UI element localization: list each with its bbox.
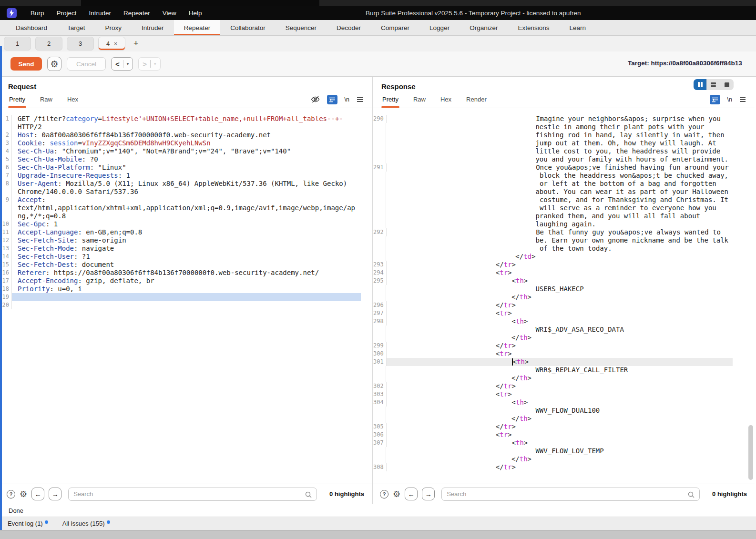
request-line[interactable]: 18Priority: u=0, i	[0, 285, 372, 293]
response-line[interactable]: WRR$_REPLAY_CALL_FILTER	[373, 366, 755, 374]
layout-columns-button[interactable]	[694, 79, 707, 90]
search-settings-gear-icon[interactable]: ⚙	[20, 490, 27, 498]
word-wrap-button[interactable]	[327, 95, 337, 104]
response-line[interactable]: nestle in among their plant pots with yo…	[373, 123, 755, 131]
response-line[interactable]: or left at the bottom of a bag and forgo…	[373, 180, 755, 188]
response-line[interactable]: pranked them, and you will all fall abou…	[373, 212, 755, 220]
request-line[interactable]: 9Accept:	[0, 196, 372, 204]
response-line[interactable]: </th>	[373, 455, 755, 463]
response-line[interactable]: 300 <tr>	[373, 350, 755, 358]
help-icon[interactable]: ?	[7, 490, 15, 498]
tab-extensions[interactable]: Extensions	[508, 20, 559, 35]
request-editor[interactable]: 1GET /filter?category=Lifestyle'+UNION+S…	[0, 108, 372, 484]
response-line[interactable]: 299 </tr>	[373, 342, 755, 350]
menu-project[interactable]: Project	[51, 10, 83, 17]
editor-menu-hamburger-icon[interactable]	[357, 97, 363, 102]
request-line[interactable]: ng,*/*;q=0.8	[0, 212, 372, 220]
response-line[interactable]: little cost to you, the headdress will p…	[373, 147, 755, 155]
request-search-input[interactable]	[73, 490, 301, 498]
response-line[interactable]: WRI$_ADV_ASA_RECO_DATA	[373, 325, 755, 334]
request-line[interactable]: 11Accept-Language: en-GB,en;q=0.8	[0, 228, 372, 236]
response-line[interactable]: </td>	[373, 253, 755, 261]
menu-repeater[interactable]: Repeater	[117, 10, 156, 17]
request-line[interactable]: 12Sec-Fetch-Site: same-origin	[0, 236, 372, 244]
send-button[interactable]: Send	[10, 57, 42, 71]
request-line[interactable]: 17Accept-Encoding: gzip, deflate, br	[0, 277, 372, 285]
search-prev-button[interactable]: ←	[31, 488, 44, 500]
response-search-input[interactable]	[447, 490, 684, 498]
response-tab-render[interactable]: Render	[465, 91, 488, 108]
response-tab-hex[interactable]: Hex	[439, 91, 452, 108]
request-line[interactable]: 4Sec-Ch-Ua: "Chromium";v="140", "Not=A?B…	[0, 147, 372, 155]
editor-menu-hamburger-icon[interactable]	[739, 97, 746, 102]
response-tab-pretty[interactable]: Pretty	[381, 91, 399, 108]
request-line[interactable]: 8User-Agent: Mozilla/5.0 (X11; Linux x86…	[0, 180, 372, 188]
all-issues-tab[interactable]: All issues (155)	[62, 520, 110, 527]
response-line[interactable]: 306 <tr>	[373, 431, 755, 439]
search-prev-button[interactable]: ←	[405, 488, 418, 500]
response-line[interactable]: </th>	[373, 334, 755, 342]
response-line[interactable]: 307 <th>	[373, 439, 755, 447]
response-line[interactable]: 293 </tr>	[373, 261, 755, 269]
layout-single-button[interactable]	[720, 79, 734, 90]
request-line[interactable]: 16Referer: https://0a8f00a80306f6ff84b13…	[0, 269, 372, 277]
request-settings-button[interactable]: ⚙	[47, 57, 61, 71]
tab-collaborator[interactable]: Collaborator	[220, 20, 276, 35]
tab-dashboard[interactable]: Dashboard	[6, 20, 57, 35]
response-line[interactable]: 291 Once you&apos;ve finished having fun…	[373, 163, 755, 172]
request-line[interactable]: 5Sec-Ch-Ua-Mobile: ?0	[0, 155, 372, 163]
response-editor[interactable]: 290 Imagine your neighbors&apos; surpris…	[373, 108, 755, 484]
response-line[interactable]: will serve as a reminder to everyone how…	[373, 204, 755, 212]
response-line[interactable]: about. You can wear it as part of your H…	[373, 188, 755, 196]
menu-intruder[interactable]: Intruder	[83, 10, 118, 17]
response-line[interactable]: 296 </tr>	[373, 301, 755, 309]
add-tab-button[interactable]: +	[133, 39, 139, 49]
event-log-tab[interactable]: Event log (1)	[8, 520, 48, 527]
tab-learn[interactable]: Learn	[559, 20, 596, 35]
request-line[interactable]: 14Sec-Fetch-User: ?1	[0, 253, 372, 261]
help-icon[interactable]: ?	[380, 490, 388, 498]
request-line[interactable]: 19	[0, 293, 372, 301]
repeater-tab-3[interactable]: 3	[67, 37, 94, 51]
request-tab-hex[interactable]: Hex	[66, 91, 79, 108]
response-line[interactable]: 294 <tr>	[373, 269, 755, 277]
menu-burp[interactable]: Burp	[24, 10, 51, 17]
search-next-button[interactable]: →	[49, 488, 61, 500]
response-line[interactable]: </th>	[373, 374, 755, 382]
response-line[interactable]: 292 Be that funny guy you&apos;ve always…	[373, 228, 755, 236]
response-line[interactable]: 297 <tr>	[373, 309, 755, 317]
search-next-button[interactable]: →	[422, 488, 435, 500]
tab-organizer[interactable]: Organizer	[460, 20, 508, 35]
response-tab-raw[interactable]: Raw	[412, 91, 427, 108]
search-settings-gear-icon[interactable]: ⚙	[393, 490, 400, 498]
tab-sequencer[interactable]: Sequencer	[276, 20, 327, 35]
response-line[interactable]: 302 </tr>	[373, 382, 755, 390]
response-line[interactable]: 290 Imagine your neighbors&apos; surpris…	[373, 115, 755, 123]
request-tab-pretty[interactable]: Pretty	[8, 91, 26, 108]
tab-intruder[interactable]: Intruder	[132, 20, 174, 35]
response-line[interactable]: laughing again.	[373, 220, 755, 228]
request-line[interactable]: HTTP/2	[0, 123, 372, 131]
cancel-button[interactable]: Cancel	[67, 57, 106, 71]
request-tab-raw[interactable]: Raw	[39, 91, 53, 108]
layout-rows-button[interactable]	[707, 79, 720, 90]
response-line[interactable]: fishing rod in hand, lay silently in wai…	[373, 131, 755, 139]
tab-comparer[interactable]: Comparer	[371, 20, 419, 35]
request-line[interactable]: Chrome/140.0.0.0 Safari/537.36	[0, 188, 372, 196]
tab-repeater[interactable]: Repeater	[174, 20, 221, 35]
response-line[interactable]: be. Earn your own gnome nickname and be …	[373, 236, 755, 244]
menu-help[interactable]: Help	[183, 10, 208, 17]
response-line[interactable]: 298 <th>	[373, 317, 755, 325]
tab-proxy[interactable]: Proxy	[95, 20, 132, 35]
request-line[interactable]: 13Sec-Fetch-Mode: navigate	[0, 244, 372, 253]
response-line[interactable]: </th>	[373, 293, 755, 301]
menu-view[interactable]: View	[156, 10, 183, 17]
history-back-button[interactable]: < ▾	[111, 57, 133, 71]
request-line[interactable]: 10Sec-Gpc: 1	[0, 220, 372, 228]
response-line[interactable]: you and your family with hours of entert…	[373, 155, 755, 163]
request-line[interactable]: 6Sec-Ch-Ua-Platform: "Linux"	[0, 163, 372, 172]
request-line[interactable]: 15Sec-Fetch-Dest: document	[0, 261, 372, 269]
word-wrap-button[interactable]	[710, 95, 720, 104]
response-line[interactable]: 304 <th>	[373, 398, 755, 407]
request-line[interactable]: 1GET /filter?category=Lifestyle'+UNION+S…	[0, 115, 372, 123]
